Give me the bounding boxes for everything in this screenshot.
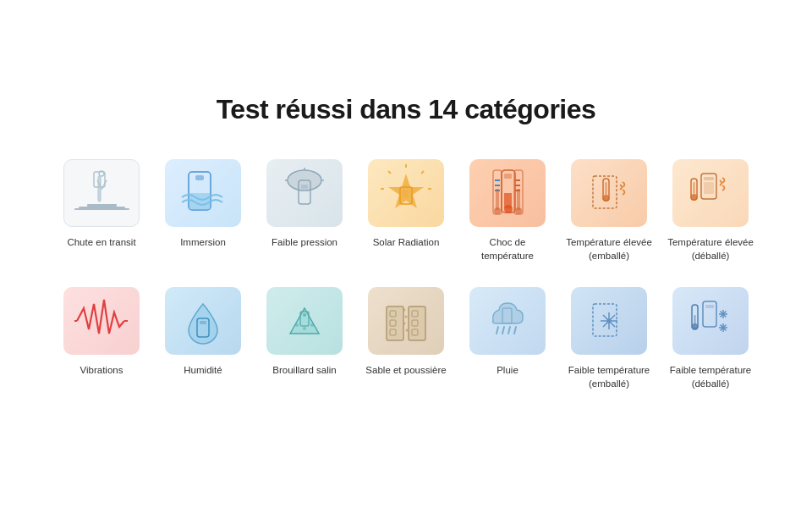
svg-line-20 (421, 171, 424, 174)
icon-box-brouillard (266, 287, 343, 355)
category-label-pluie: Pluie (497, 363, 518, 377)
svg-rect-18 (403, 190, 409, 197)
category-label-solar: Solar Radiation (373, 235, 440, 249)
svg-point-27 (504, 205, 513, 213)
svg-rect-46 (704, 182, 714, 194)
icon-box-sable (368, 287, 444, 355)
svg-rect-85 (705, 305, 714, 308)
category-item-humidite: Humidité (152, 287, 254, 390)
svg-point-56 (310, 323, 314, 327)
icon-box-humidite (165, 287, 241, 355)
svg-line-23 (388, 171, 391, 174)
category-item-solar: Solar Radiation (355, 159, 457, 262)
svg-rect-1 (79, 207, 125, 208)
category-label-vibrations: Vibrations (80, 363, 123, 377)
category-item-immersion: Immersion (152, 159, 254, 262)
icon-box-vibrations (63, 287, 140, 355)
svg-point-83 (606, 318, 612, 323)
category-item-temp-basse-emb: Faible température (emballé) (558, 287, 660, 390)
svg-line-74 (502, 327, 504, 334)
category-label-humidite: Humidité (184, 363, 222, 377)
svg-point-49 (690, 194, 697, 201)
svg-rect-36 (496, 189, 499, 210)
svg-rect-40 (593, 176, 617, 208)
svg-point-70 (404, 315, 407, 318)
svg-line-76 (514, 327, 516, 334)
category-label-choc-temp: Choc de température (464, 235, 551, 262)
svg-point-38 (494, 207, 501, 214)
page-title: Test réussi dans 14 catégories (17, 94, 795, 125)
svg-rect-48 (693, 182, 694, 194)
svg-line-75 (508, 327, 510, 334)
svg-point-57 (303, 327, 306, 330)
svg-rect-53 (200, 321, 206, 324)
icon-box-temp-haute-deb (672, 159, 749, 227)
category-item-vibrations: Vibrations (51, 287, 152, 390)
category-item-faible-pression: Faible pression (254, 159, 355, 262)
category-item-temp-haute-emb: Température élevée (emballé) (558, 159, 660, 262)
category-item-chute: Chute en transit (51, 159, 152, 262)
svg-point-69 (403, 308, 405, 311)
category-label-brouillard: Brouillard salin (272, 363, 336, 377)
category-item-brouillard: Brouillard salin (254, 287, 355, 390)
icon-box-temp-basse-deb (672, 287, 749, 355)
svg-point-88 (691, 323, 698, 330)
category-label-temp-haute-emb: Température élevée (emballé) (565, 235, 653, 262)
svg-rect-25 (504, 174, 512, 179)
main-container: Test réussi dans 14 catégories Chute en … (0, 60, 812, 447)
svg-point-72 (405, 329, 408, 331)
category-item-pluie: Pluie (457, 287, 558, 390)
svg-rect-12 (301, 185, 308, 189)
category-item-sable: Sable et poussière (355, 287, 457, 390)
icon-box-choc-temp (469, 159, 546, 227)
svg-rect-42 (605, 182, 606, 195)
svg-rect-78 (593, 304, 617, 336)
icon-box-temp-basse-emb (571, 287, 647, 355)
icon-box-faible-pression (266, 159, 343, 227)
svg-rect-7 (195, 175, 204, 180)
svg-rect-45 (704, 177, 714, 180)
category-label-temp-basse-emb: Faible température (emballé) (565, 363, 653, 390)
icon-box-immersion (165, 159, 241, 227)
svg-point-54 (303, 313, 306, 317)
svg-rect-0 (87, 204, 117, 207)
category-item-choc-temp: Choc de température (457, 159, 558, 262)
icon-box-pluie (469, 287, 546, 355)
category-label-temp-haute-deb: Température élevée (déballé) (667, 235, 754, 262)
svg-point-39 (515, 207, 522, 214)
svg-rect-3 (98, 176, 101, 202)
svg-rect-2 (74, 208, 129, 210)
category-label-immersion: Immersion (180, 235, 226, 249)
category-label-temp-basse-deb: Faible température (déballé) (667, 363, 754, 390)
svg-line-73 (497, 327, 498, 334)
categories-grid: Chute en transit Immersion Faible pressi… (25, 159, 787, 413)
category-item-temp-basse-deb: Faible température (déballé) (660, 287, 761, 390)
svg-rect-37 (517, 189, 520, 210)
icon-box-solar (368, 159, 444, 227)
icon-box-temp-haute-emb (571, 159, 647, 227)
svg-point-55 (295, 323, 299, 327)
svg-point-43 (602, 195, 609, 202)
category-label-faible-pression: Faible pression (272, 235, 337, 249)
category-item-temp-haute-deb: Température élevée (déballé) (660, 159, 761, 262)
category-label-chute: Chute en transit (67, 235, 135, 249)
svg-point-71 (403, 322, 405, 324)
category-label-sable: Sable et poussière (365, 363, 446, 377)
icon-box-chute (63, 159, 140, 227)
